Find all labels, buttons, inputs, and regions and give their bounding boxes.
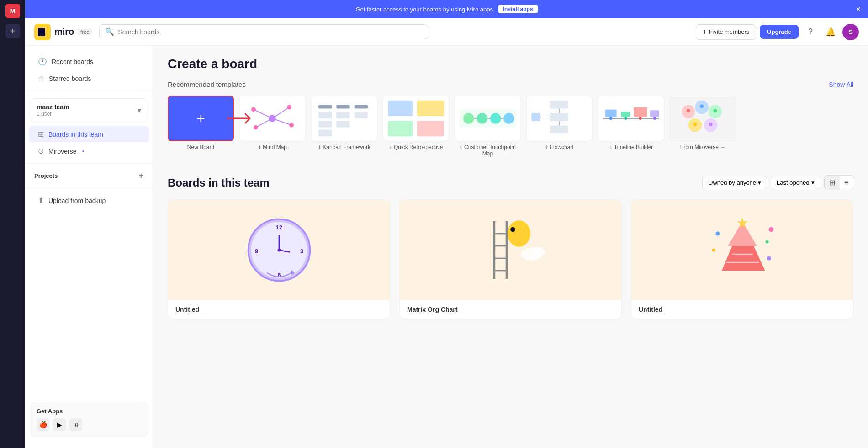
chevron-down-icon: ▾ <box>138 106 141 115</box>
upload-icon: ⬆ <box>38 196 44 205</box>
template-card-retro[interactable]: + Quick Retrospective <box>383 96 449 157</box>
svg-text:3: 3 <box>300 248 303 255</box>
dark-sidebar: M + <box>0 0 25 448</box>
team-users: 1 user <box>37 111 69 117</box>
add-workspace-button[interactable]: + <box>5 24 20 38</box>
svg-rect-17 <box>336 121 349 128</box>
board-card-2[interactable]: Matrix Org Chart <box>399 199 622 319</box>
svg-point-52 <box>687 109 690 112</box>
team-selector[interactable]: maaz team 1 user ▾ <box>31 98 147 122</box>
notif-close-button[interactable]: × <box>856 5 861 14</box>
svg-point-53 <box>700 105 704 108</box>
notifications-button[interactable]: 🔔 <box>822 24 839 40</box>
svg-point-86 <box>767 256 771 261</box>
sidebar-item-boards-in-team[interactable]: ⊞ Boards in this team <box>29 126 149 142</box>
boards-filters: Owned by anyone ▾ Last opened ▾ ⊞ ≡ <box>702 175 853 190</box>
template-card-customer[interactable]: + Customer Touchpoint Map <box>455 96 521 157</box>
template-card-miroverse[interactable]: From Miroverse → <box>670 96 736 157</box>
svg-rect-15 <box>355 112 368 118</box>
board-card-1[interactable]: 12 3 6 9 <box>168 199 390 319</box>
help-button[interactable]: ? <box>802 24 819 40</box>
show-all-link[interactable]: Show All <box>829 81 853 88</box>
add-project-button[interactable]: + <box>138 171 143 181</box>
boards-grid: 12 3 6 9 <box>168 199 853 319</box>
list-view-button[interactable]: ≡ <box>840 176 853 190</box>
new-board-card[interactable]: + <box>168 96 234 141</box>
free-badge: free <box>78 29 92 35</box>
recommended-templates-label: Recommended templates <box>168 80 246 88</box>
svg-point-26 <box>490 113 501 124</box>
clock-icon: 🕐 <box>38 57 47 66</box>
svg-text:9: 9 <box>254 248 258 255</box>
svg-rect-22 <box>417 121 444 136</box>
flowchart-thumb <box>526 96 593 141</box>
svg-rect-20 <box>388 121 413 136</box>
search-icon: 🔍 <box>105 27 114 36</box>
svg-rect-42 <box>650 110 659 117</box>
board-card-3[interactable]: Untitled <box>631 199 853 319</box>
install-apps-button[interactable]: Install apps <box>498 5 538 13</box>
page-title: Create a board <box>168 57 853 71</box>
svg-point-84 <box>768 227 773 232</box>
main-content: Create a board Recommended templates Sho… <box>153 46 868 448</box>
projects-section: Projects + <box>25 167 153 184</box>
svg-rect-18 <box>318 130 332 137</box>
sidebar-item-miroverse[interactable]: ⊙ Miroverse ● <box>29 143 149 159</box>
windows-app-button[interactable]: ⊞ <box>69 418 82 431</box>
kanban-thumb <box>311 96 377 141</box>
board-thumb-2 <box>400 200 621 300</box>
owned-by-filter[interactable]: Owned by anyone ▾ <box>702 176 767 189</box>
grid-view-button[interactable]: ⊞ <box>825 176 840 190</box>
sidebar-item-starred-boards[interactable]: ☆ Starred boards <box>29 70 149 86</box>
chevron-down-icon: ▾ <box>811 179 815 186</box>
svg-rect-14 <box>336 112 349 118</box>
sidebar-divider-1 <box>25 91 153 91</box>
notif-message: Get faster access to your boards by usin… <box>355 6 494 13</box>
board-thumb-1: 12 3 6 9 <box>168 200 390 300</box>
boards-section-header: Boards in this team Owned by anyone ▾ La… <box>168 175 853 190</box>
search-input[interactable] <box>118 28 422 36</box>
svg-point-65 <box>277 248 281 251</box>
board-thumb-3 <box>631 200 853 300</box>
app-icons: 🍎 ▶ ⊞ <box>37 418 141 431</box>
svg-point-24 <box>463 113 474 124</box>
logo-area: miro free <box>34 24 92 40</box>
sidebar-divider-3 <box>25 188 153 188</box>
svg-point-5 <box>287 105 291 110</box>
logo-text: miro <box>54 27 74 37</box>
svg-point-85 <box>712 248 715 251</box>
svg-line-6 <box>272 118 291 125</box>
notification-bar: Get faster access to your boards by usin… <box>25 0 868 18</box>
user-avatar[interactable]: S <box>842 24 859 40</box>
svg-rect-31 <box>550 101 568 109</box>
template-card-timeline[interactable]: + Timeline Builder <box>598 96 664 157</box>
miroverse-thumb <box>670 96 736 141</box>
upgrade-button[interactable]: Upgrade <box>760 25 799 39</box>
svg-rect-13 <box>318 112 332 118</box>
invite-members-button[interactable]: + Invite members <box>696 24 756 40</box>
template-card-kanban[interactable]: + Kanban Framework <box>311 96 377 157</box>
new-board-wrapper: + New Board <box>168 96 234 157</box>
svg-point-67 <box>507 220 530 247</box>
svg-point-54 <box>714 109 717 112</box>
svg-rect-11 <box>336 105 349 109</box>
sidebar-item-recent-boards[interactable]: 🕐 Recent boards <box>29 53 149 69</box>
miro-logo-icon <box>34 24 51 40</box>
team-name: maaz team <box>37 103 69 111</box>
get-apps-box: Get Apps 🍎 ▶ ⊞ <box>31 402 147 437</box>
android-app-button[interactable]: ▶ <box>53 418 66 431</box>
sidebar-item-upload-backup[interactable]: ⬆ Upload from backup <box>29 192 149 208</box>
svg-point-56 <box>709 123 713 126</box>
apple-app-button[interactable]: 🍎 <box>37 418 49 431</box>
new-board-label: New Board <box>168 144 234 150</box>
last-opened-filter[interactable]: Last opened ▾ <box>771 176 820 189</box>
workspace-avatar[interactable]: M <box>5 4 20 18</box>
sidebar-divider-2 <box>25 163 153 164</box>
template-card-flowchart[interactable]: + Flowchart <box>526 96 593 157</box>
svg-text:12: 12 <box>275 224 282 231</box>
board-name-1: Untitled <box>175 306 382 313</box>
svg-rect-33 <box>550 113 568 121</box>
svg-point-25 <box>476 113 487 124</box>
search-box[interactable]: 🔍 <box>99 24 428 39</box>
kanban-label: + Kanban Framework <box>311 144 377 150</box>
